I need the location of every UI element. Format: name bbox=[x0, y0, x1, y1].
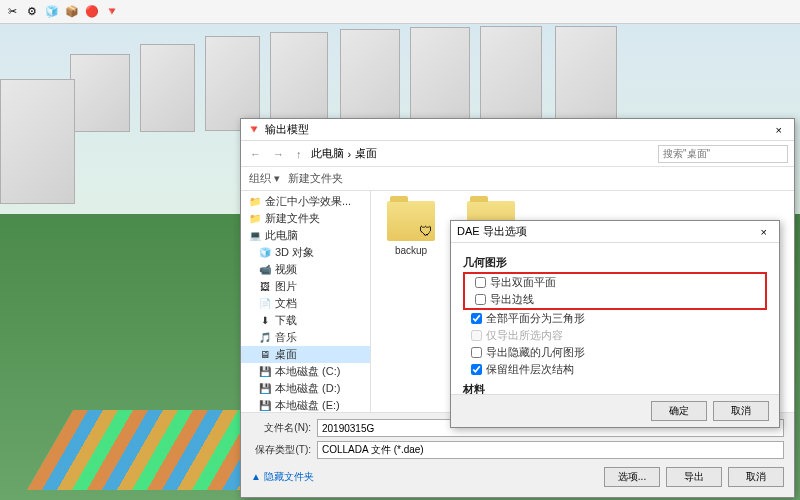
folder-item[interactable]: 🛡backup bbox=[381, 201, 441, 256]
tree-item[interactable]: 🖼图片 bbox=[241, 278, 370, 295]
tree-label: 新建文件夹 bbox=[265, 211, 320, 226]
tree-item[interactable]: ⬇下载 bbox=[241, 312, 370, 329]
export-button[interactable]: 导出 bbox=[666, 467, 722, 487]
tree-label: 图片 bbox=[275, 279, 297, 294]
tree-label: 金汇中小学效果... bbox=[265, 194, 351, 209]
tree-label: 桌面 bbox=[275, 347, 297, 362]
folder-icon: 📁 bbox=[249, 213, 261, 225]
lbl-hidden-geo: 导出隐藏的几何图形 bbox=[486, 345, 585, 360]
folder-icon: ⬇ bbox=[259, 315, 271, 327]
cancel-button[interactable]: 取消 bbox=[713, 401, 769, 421]
highlighted-options: 导出双面平面 导出边线 bbox=[463, 272, 767, 310]
cancel-button[interactable]: 取消 bbox=[728, 467, 784, 487]
folder-icon: 🖥 bbox=[259, 349, 271, 361]
folder-icon: 🧊 bbox=[259, 247, 271, 259]
dialog-title-text: 输出模型 bbox=[265, 122, 309, 137]
chk-two-faces[interactable] bbox=[475, 277, 486, 288]
breadcrumb[interactable]: 此电脑 › 桌面 bbox=[311, 146, 653, 161]
tree-label: 3D 对象 bbox=[275, 245, 314, 260]
dae-options-dialog: DAE 导出选项 × 几何图形 导出双面平面 导出边线 全部平面分为三角形 仅导… bbox=[450, 220, 780, 428]
new-folder-button[interactable]: 新建文件夹 bbox=[288, 171, 343, 186]
search-input[interactable] bbox=[658, 145, 788, 163]
folder-icon: 💾 bbox=[259, 400, 271, 412]
folder-icon: 🖼 bbox=[259, 281, 271, 293]
nav-up-icon[interactable]: ↑ bbox=[293, 148, 305, 160]
folder-icon: 🛡 bbox=[387, 201, 435, 241]
close-icon[interactable]: × bbox=[770, 124, 788, 136]
ok-button[interactable]: 确定 bbox=[651, 401, 707, 421]
filetype-select[interactable] bbox=[317, 441, 784, 459]
dialog-toolbar: 组织 ▾ 新建文件夹 bbox=[241, 167, 794, 191]
folder-icon: 💾 bbox=[259, 366, 271, 378]
chk-triangulate[interactable] bbox=[471, 313, 482, 324]
lbl-two-faces: 导出双面平面 bbox=[490, 275, 556, 290]
organize-button[interactable]: 组织 ▾ bbox=[249, 171, 280, 186]
folder-icon: 📁 bbox=[249, 196, 261, 208]
tree-label: 本地磁盘 (C:) bbox=[275, 364, 340, 379]
tree-item[interactable]: 📄文档 bbox=[241, 295, 370, 312]
folder-icon: 📹 bbox=[259, 264, 271, 276]
section-material: 材料 bbox=[463, 382, 767, 394]
close-icon[interactable]: × bbox=[755, 226, 773, 238]
folder-icon: 📄 bbox=[259, 298, 271, 310]
tree-label: 此电脑 bbox=[265, 228, 298, 243]
chk-hierarchy[interactable] bbox=[471, 364, 482, 375]
tree-item[interactable]: 📁金汇中小学效果... bbox=[241, 193, 370, 210]
folder-name: backup bbox=[381, 245, 441, 256]
dialog-titlebar[interactable]: 🔻 输出模型 × bbox=[241, 119, 794, 141]
folder-icon: 💻 bbox=[249, 230, 261, 242]
chevron-right-icon: › bbox=[348, 148, 352, 160]
lbl-triangulate: 全部平面分为三角形 bbox=[486, 311, 585, 326]
tool-red-icon[interactable]: 🔴 bbox=[84, 4, 100, 20]
tool-cut-icon[interactable]: ✂ bbox=[4, 4, 20, 20]
tree-item[interactable]: 📹视频 bbox=[241, 261, 370, 278]
tool-cube-icon[interactable]: 🧊 bbox=[44, 4, 60, 20]
tree-item[interactable]: 📁新建文件夹 bbox=[241, 210, 370, 227]
lbl-edges: 导出边线 bbox=[490, 292, 534, 307]
tree-item[interactable]: 🎵音乐 bbox=[241, 329, 370, 346]
tool-gear-icon[interactable]: ⚙ bbox=[24, 4, 40, 20]
folder-icon: 🎵 bbox=[259, 332, 271, 344]
opts-title-text: DAE 导出选项 bbox=[457, 224, 527, 239]
app-icon: 🔻 bbox=[247, 123, 261, 136]
folder-icon: 💾 bbox=[259, 383, 271, 395]
tree-item[interactable]: 💻此电脑 bbox=[241, 227, 370, 244]
chk-edges[interactable] bbox=[475, 294, 486, 305]
nav-bar: ← → ↑ 此电脑 › 桌面 bbox=[241, 141, 794, 167]
tree-label: 音乐 bbox=[275, 330, 297, 345]
options-button[interactable]: 选项... bbox=[604, 467, 660, 487]
main-toolbar: ✂ ⚙ 🧊 📦 🔴 🔻 bbox=[0, 0, 800, 24]
crumb-location[interactable]: 桌面 bbox=[355, 146, 377, 161]
tree-item[interactable]: 💾本地磁盘 (C:) bbox=[241, 363, 370, 380]
tree-item[interactable]: 💾本地磁盘 (E:) bbox=[241, 397, 370, 412]
folder-tree[interactable]: 📁金汇中小学效果...📁新建文件夹💻此电脑🧊3D 对象📹视频🖼图片📄文档⬇下载🎵… bbox=[241, 191, 371, 412]
filetype-label: 保存类型(T): bbox=[251, 443, 311, 457]
tree-item[interactable]: 💾本地磁盘 (D:) bbox=[241, 380, 370, 397]
nav-back-icon[interactable]: ← bbox=[247, 148, 264, 160]
tree-label: 下载 bbox=[275, 313, 297, 328]
chk-only-selection bbox=[471, 330, 482, 341]
chk-hidden-geo[interactable] bbox=[471, 347, 482, 358]
tree-label: 文档 bbox=[275, 296, 297, 311]
section-geometry: 几何图形 bbox=[463, 255, 767, 270]
hide-folders-link[interactable]: ▲ 隐藏文件夹 bbox=[251, 470, 314, 484]
tree-label: 本地磁盘 (D:) bbox=[275, 381, 340, 396]
tool-down-icon[interactable]: 🔻 bbox=[104, 4, 120, 20]
lbl-only-selection: 仅导出所选内容 bbox=[486, 328, 563, 343]
tree-label: 视频 bbox=[275, 262, 297, 277]
nav-fwd-icon[interactable]: → bbox=[270, 148, 287, 160]
filename-label: 文件名(N): bbox=[251, 421, 311, 435]
crumb-pc[interactable]: 此电脑 bbox=[311, 146, 344, 161]
opts-titlebar[interactable]: DAE 导出选项 × bbox=[451, 221, 779, 243]
tree-item[interactable]: 🧊3D 对象 bbox=[241, 244, 370, 261]
tool-box-icon[interactable]: 📦 bbox=[64, 4, 80, 20]
lbl-hierarchy: 保留组件层次结构 bbox=[486, 362, 574, 377]
tree-label: 本地磁盘 (E:) bbox=[275, 398, 340, 412]
tree-item[interactable]: 🖥桌面 bbox=[241, 346, 370, 363]
